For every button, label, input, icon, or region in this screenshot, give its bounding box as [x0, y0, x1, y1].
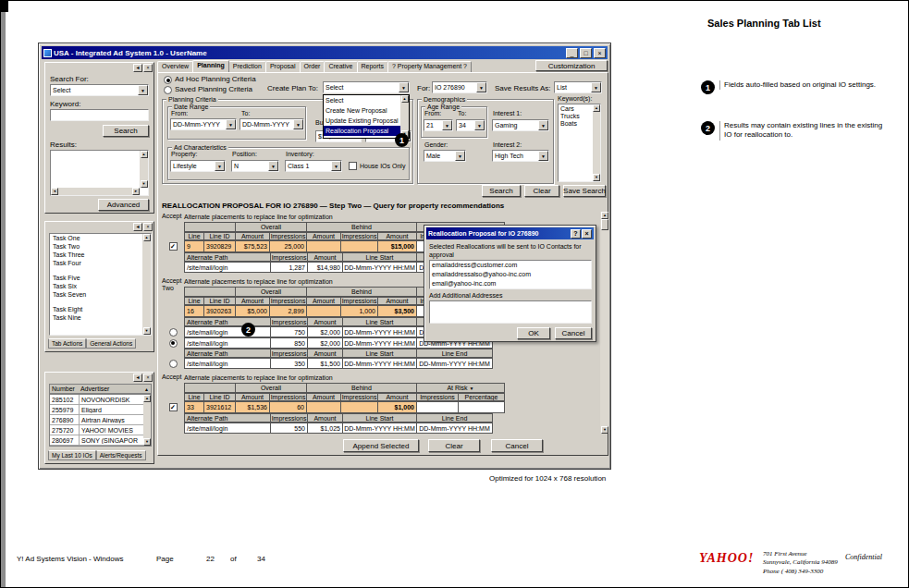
- dialog-titlebar[interactable]: Reallocation Proposal for IO 276890 ? ×: [426, 227, 594, 239]
- dropdown-arrow-icon[interactable]: ▼: [538, 120, 548, 130]
- scroll-down-icon[interactable]: ▼: [143, 327, 151, 335]
- panel-arrow-icon[interactable]: ◄: [133, 64, 142, 72]
- tasks-listbox[interactable]: Task One Task Two Task Three Task Four T…: [49, 233, 152, 336]
- io-list-header[interactable]: Number Advertiser ▲: [49, 384, 152, 394]
- dropdown-arrow-icon[interactable]: ▼: [476, 82, 486, 92]
- dropdown-scrollbar[interactable]: ▲ ▼: [400, 95, 409, 138]
- scroll-left-icon[interactable]: ◄: [51, 188, 58, 195]
- dropdown-arrow-icon[interactable]: ▼: [138, 85, 148, 95]
- general-actions-tab[interactable]: General Actions: [86, 338, 136, 349]
- dropdown-arrow-icon[interactable]: ▼: [455, 151, 465, 161]
- ok-button[interactable]: OK: [517, 327, 550, 339]
- dialog-close-icon[interactable]: ×: [582, 229, 592, 239]
- scroll-down-icon[interactable]: ▼: [601, 426, 608, 434]
- maximize-icon[interactable]: □: [580, 48, 592, 58]
- accept-checkbox[interactable]: ✓: [169, 242, 178, 251]
- io-row[interactable]: 280697SONY (SINGAPOR: [50, 435, 143, 446]
- reallocation-vscrollbar[interactable]: ▲ ▼: [600, 212, 609, 434]
- scroll-right-icon[interactable]: ►: [132, 188, 140, 195]
- dropdown-arrow-icon[interactable]: ▼: [442, 120, 452, 130]
- dropdown-arrow-icon[interactable]: ▼: [474, 120, 485, 130]
- dropdown-arrow-icon[interactable]: ▼: [399, 82, 409, 92]
- scrollbar-thumb[interactable]: [601, 219, 608, 230]
- dropdown-option[interactable]: Create New Proposal: [324, 105, 400, 116]
- keywords-listbox[interactable]: Cars Trucks Boats ▲ ▼: [558, 104, 601, 182]
- alt-radio[interactable]: [169, 360, 178, 368]
- realloc-cancel-button[interactable]: Cancel: [491, 439, 543, 452]
- criteria-clear-button[interactable]: Clear: [524, 185, 559, 197]
- interest2-select[interactable]: High Tech ▼: [492, 150, 549, 162]
- criteria-search-button[interactable]: Search: [482, 185, 521, 197]
- adhoc-criteria-radio[interactable]: [164, 76, 172, 84]
- task-item[interactable]: Task Two: [50, 242, 142, 251]
- email-item[interactable]: emailaddressalso@yahoo-inc.com: [430, 270, 591, 279]
- age-to-select[interactable]: 34 ▼: [456, 119, 485, 131]
- task-item[interactable]: Task Seven: [50, 290, 142, 299]
- dialog-cancel-button[interactable]: Cancel: [555, 327, 592, 339]
- keyword-input[interactable]: [50, 109, 149, 121]
- accept-checkbox[interactable]: ✓: [169, 403, 178, 411]
- alt-radio-selected[interactable]: [169, 339, 178, 348]
- task-item[interactable]: Task Eight: [50, 305, 142, 313]
- date-from-select[interactable]: DD-Mmm-YYYY ▼: [170, 118, 237, 130]
- results-vscrollbar[interactable]: ▲ ▼: [140, 151, 148, 188]
- task-item[interactable]: Task Nine: [50, 313, 142, 322]
- help-icon[interactable]: ?: [571, 229, 581, 239]
- date-to-select[interactable]: DD-Mmm-YYYY ▼: [240, 118, 304, 130]
- close-icon[interactable]: ×: [594, 48, 606, 58]
- alerts-requests-tab[interactable]: Alerts/Requests: [96, 450, 146, 460]
- task-item[interactable]: Task Three: [50, 251, 142, 259]
- minimize-icon[interactable]: _: [566, 48, 578, 58]
- dropdown-arrow-icon[interactable]: ▼: [331, 161, 341, 171]
- tab-reports[interactable]: Reports: [357, 61, 389, 72]
- task-item[interactable]: Task Four: [50, 259, 142, 267]
- for-io-select[interactable]: IO 276890 ▼: [432, 81, 487, 93]
- gender-select[interactable]: Male ▼: [424, 150, 466, 162]
- number-column-header[interactable]: Number: [52, 386, 75, 392]
- scroll-down-icon[interactable]: ▼: [143, 438, 151, 446]
- task-item[interactable]: Task Six: [50, 282, 142, 290]
- dropdown-arrow-icon[interactable]: ▼: [538, 151, 548, 161]
- tab-order[interactable]: Order: [300, 61, 326, 72]
- dropdown-option[interactable]: Select: [324, 95, 400, 105]
- dropdown-arrow-icon[interactable]: ▼: [293, 119, 303, 129]
- interest1-select[interactable]: Gaming ▼: [492, 119, 549, 131]
- dropdown-option-selected[interactable]: Reallocation Proposal: [324, 126, 400, 136]
- tasks-vscrollbar[interactable]: ▲ ▼: [142, 234, 151, 335]
- results-hscrollbar[interactable]: ◄ ►: [51, 188, 140, 195]
- io-row[interactable]: 255979Eligard: [50, 405, 143, 415]
- scroll-down-icon[interactable]: ▼: [141, 180, 148, 188]
- dropdown-arrow-icon[interactable]: ▼: [215, 161, 225, 171]
- panel-arrow-icon[interactable]: ◄: [133, 374, 142, 382]
- my-last-10-ios-tab[interactable]: My Last 10 IOs: [48, 450, 96, 460]
- email-item[interactable]: emailaddress@customer.com: [430, 261, 591, 270]
- create-plan-select[interactable]: Select ▼: [323, 81, 410, 93]
- scroll-up-icon[interactable]: ▲: [401, 95, 409, 103]
- io-listbox[interactable]: 285102NOVONORDISK 255979Eligard 276890Ai…: [49, 394, 152, 447]
- email-listbox[interactable]: emailaddress@customer.com emailaddressal…: [429, 260, 592, 289]
- scroll-down-icon[interactable]: ▼: [593, 174, 600, 181]
- io-row[interactable]: 285102NOVONORDISK: [50, 395, 143, 405]
- house-ios-checkbox[interactable]: [349, 162, 357, 170]
- results-listbox[interactable]: ▲ ▼ ◄ ►: [50, 150, 149, 196]
- dropdown-option[interactable]: Update Existing Proposal: [324, 116, 400, 126]
- scroll-up-icon[interactable]: ▲: [593, 104, 600, 112]
- group-at-risk[interactable]: At Risk▼: [417, 383, 505, 393]
- advertiser-column-header[interactable]: Advertiser: [80, 386, 110, 392]
- task-item[interactable]: Task One: [50, 234, 142, 242]
- panel-arrow-icon[interactable]: ◄: [133, 223, 142, 231]
- tab-proposal[interactable]: Proposal: [265, 61, 301, 72]
- task-item[interactable]: Task Five: [50, 274, 142, 282]
- email-item[interactable]: email@yahoo-inc.com: [430, 279, 591, 288]
- age-from-select[interactable]: 21 ▼: [424, 119, 453, 131]
- scroll-up-icon[interactable]: ▲: [141, 151, 148, 158]
- tab-actions-tab[interactable]: Tab Actions: [48, 338, 86, 349]
- dropdown-arrow-icon[interactable]: ▼: [591, 82, 601, 92]
- tab-prediction[interactable]: Prediction: [228, 61, 266, 72]
- tab-creative[interactable]: Creative: [324, 61, 357, 72]
- property-select[interactable]: Lifestyle ▼: [170, 160, 226, 172]
- search-button[interactable]: Search: [103, 125, 149, 137]
- io-row[interactable]: 276890Airtran Airways: [50, 415, 143, 425]
- append-selected-button[interactable]: Append Selected: [343, 439, 419, 452]
- panel-close-icon[interactable]: ×: [143, 223, 153, 231]
